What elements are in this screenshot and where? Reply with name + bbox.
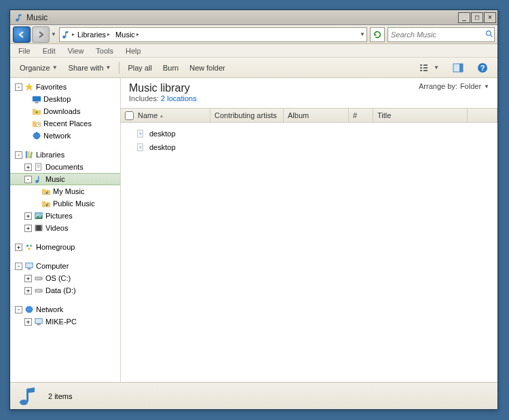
tree-mymusic[interactable]: My Music	[10, 185, 120, 197]
tree-computer[interactable]: - Computer	[10, 260, 120, 272]
tree-homegroup[interactable]: + Homegroup	[10, 241, 120, 253]
svg-point-2	[62, 35, 65, 38]
locations-link[interactable]: 2 locations	[161, 94, 197, 102]
view-options-button[interactable]: ▼	[414, 60, 445, 75]
maximize-button[interactable]: □	[471, 12, 483, 23]
tree-publicmusic[interactable]: Public Music	[10, 197, 120, 210]
svg-rect-17	[35, 102, 38, 103]
breadcrumb-libraries[interactable]: Libraries ▸	[75, 28, 113, 41]
file-icon	[136, 129, 145, 138]
expand-icon[interactable]: +	[24, 318, 32, 326]
search-box[interactable]	[388, 27, 495, 42]
sort-asc-icon: ▴	[160, 113, 163, 119]
close-button[interactable]: ×	[484, 12, 496, 23]
command-bar: Organize ▼ Share with ▼ Play all Burn Ne…	[10, 58, 497, 78]
svg-rect-13	[459, 64, 463, 72]
computer-icon	[34, 317, 43, 326]
menu-view[interactable]: View	[62, 45, 90, 56]
column-headers: Name ▴ Contributing artists Album # Titl…	[121, 108, 497, 123]
titlebar[interactable]: Music _ □ ×	[10, 10, 497, 25]
minimize-button[interactable]: _	[458, 12, 470, 23]
navigation-tree[interactable]: - Favorites Desktop Downloads Recent Pla…	[10, 78, 121, 382]
collapse-icon[interactable]: -	[15, 151, 22, 159]
tree-desktop[interactable]: Desktop	[10, 93, 120, 105]
column-number[interactable]: #	[349, 109, 373, 122]
tree-drive-d[interactable]: + Data (D:)	[10, 284, 120, 297]
select-all-checkbox[interactable]	[125, 111, 134, 120]
documents-icon	[34, 162, 43, 172]
back-button[interactable]	[13, 26, 31, 43]
main-panel: Music library Includes: 2 locations Arra…	[121, 78, 497, 382]
library-subtitle: Includes: 2 locations	[129, 94, 197, 102]
expand-icon[interactable]: +	[24, 164, 32, 171]
content-area: - Favorites Desktop Downloads Recent Pla…	[10, 78, 497, 382]
tree-recent[interactable]: Recent Places	[10, 117, 120, 130]
address-bar[interactable]: ▸ Libraries ▸ Music ▸ ▼	[59, 27, 367, 42]
organize-button[interactable]: Organize ▼	[14, 61, 63, 75]
list-item[interactable]: desktop	[124, 127, 495, 140]
search-icon[interactable]	[485, 30, 494, 39]
library-title: Music library	[129, 82, 197, 94]
tree-videos[interactable]: + Videos	[10, 222, 120, 234]
collapse-icon[interactable]: -	[15, 306, 22, 313]
folder-icon	[41, 187, 51, 196]
menu-tools[interactable]: Tools	[90, 45, 119, 56]
expand-icon[interactable]: +	[24, 287, 32, 294]
refresh-button[interactable]	[370, 27, 385, 42]
list-item[interactable]: desktop	[124, 140, 495, 154]
expand-icon[interactable]: +	[15, 244, 22, 251]
address-dropdown[interactable]: ▼	[360, 31, 365, 37]
svg-rect-23	[30, 152, 33, 159]
column-artists[interactable]: Contributing artists	[210, 109, 284, 122]
tree-drive-c[interactable]: + OS (C:)	[10, 272, 120, 284]
svg-point-47	[26, 306, 33, 313]
file-list[interactable]: desktop desktop	[121, 123, 497, 382]
folder-icon	[41, 199, 51, 208]
column-album[interactable]: Album	[284, 109, 349, 122]
recent-locations-dropdown[interactable]: ▼	[51, 31, 56, 37]
network-icon	[24, 305, 34, 314]
forward-button[interactable]	[32, 26, 50, 43]
tree-downloads[interactable]: Downloads	[10, 105, 120, 117]
expand-icon[interactable]: +	[24, 275, 32, 282]
menu-edit[interactable]: Edit	[37, 45, 61, 56]
svg-rect-6	[420, 64, 422, 66]
breadcrumb-music[interactable]: Music ▸	[113, 28, 142, 41]
arrange-by[interactable]: Arrange by: Folder ▼	[419, 82, 489, 90]
tree-music[interactable]: - Music	[10, 173, 120, 185]
collapse-icon[interactable]: -	[24, 176, 32, 183]
tree-network[interactable]: - Network	[10, 303, 120, 316]
menu-help[interactable]: Help	[120, 45, 147, 56]
collapse-icon[interactable]: -	[15, 263, 22, 270]
help-button[interactable]: ?	[472, 60, 493, 76]
tree-favorites[interactable]: - Favorites	[10, 81, 120, 93]
collapse-icon[interactable]: -	[15, 83, 22, 91]
tree-libraries[interactable]: - Libraries	[10, 149, 120, 161]
desktop-icon	[32, 94, 41, 104]
column-name[interactable]: Name ▴	[121, 109, 210, 122]
svg-rect-50	[37, 324, 40, 326]
burn-button[interactable]: Burn	[157, 61, 184, 75]
music-icon	[14, 13, 24, 22]
navigation-bar: ▼ ▸ Libraries ▸ Music ▸ ▼	[10, 25, 497, 44]
tree-fav-network[interactable]: Network	[10, 130, 120, 142]
recent-icon	[32, 119, 41, 128]
svg-rect-28	[38, 176, 39, 182]
tree-documents[interactable]: + Documents	[10, 161, 120, 173]
tree-pictures[interactable]: + Pictures	[10, 210, 120, 222]
column-extra[interactable]	[468, 109, 497, 122]
tree-network-pc[interactable]: + MIKE-PC	[10, 316, 120, 328]
column-title[interactable]: Title	[373, 109, 468, 122]
svg-rect-8	[420, 70, 422, 71]
expand-icon[interactable]: +	[24, 225, 32, 232]
breadcrumb-label: Libraries	[77, 31, 106, 39]
search-input[interactable]	[391, 31, 485, 39]
menu-file[interactable]: File	[13, 45, 36, 56]
expand-icon[interactable]: +	[24, 212, 32, 220]
share-button[interactable]: Share with ▼	[63, 61, 117, 75]
folder-icon	[32, 107, 41, 116]
playall-button[interactable]: Play all	[122, 61, 157, 75]
svg-point-52	[139, 132, 142, 135]
preview-pane-button[interactable]	[447, 60, 469, 75]
newfolder-button[interactable]: New folder	[184, 61, 231, 75]
